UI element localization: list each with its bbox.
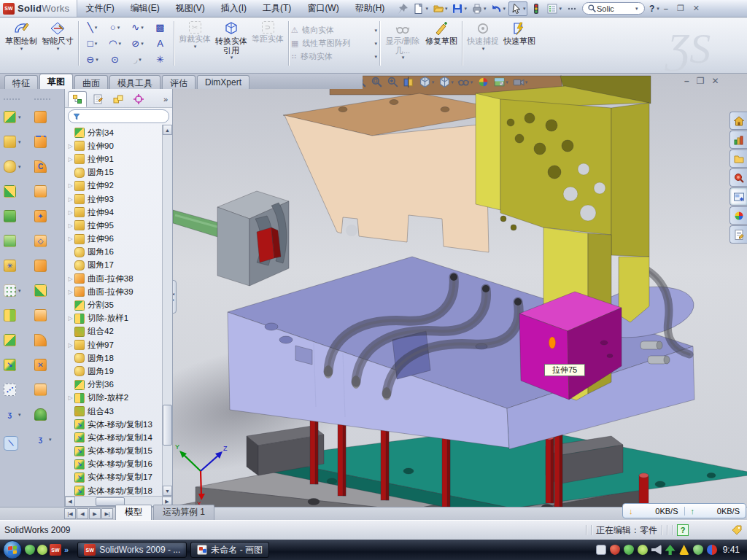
stack-tool-1[interactable]: ▦线性草图阵列▾ (291, 38, 377, 49)
quick-snaps-button[interactable]: 快速捕捉▾ (465, 20, 501, 67)
curve-through-points-button[interactable]: ⋰ (4, 377, 16, 402)
apply-scene-button[interactable]: ▾ (493, 76, 509, 88)
tree-item-分割34[interactable]: 分割34 (66, 126, 162, 139)
design-library-tab[interactable] (729, 131, 747, 149)
hole-wizard-button[interactable]: ✳ (4, 253, 16, 278)
scroll-thumb[interactable] (163, 405, 172, 446)
knit-surface-button[interactable] (34, 278, 47, 303)
expand-icon[interactable]: ▷ (66, 289, 74, 295)
tree-item-拉伸97[interactable]: ▷拉伸97 (66, 338, 162, 351)
expand-icon[interactable]: ▷ (66, 315, 74, 322)
tree-item-圆角19[interactable]: 圆角19 (66, 365, 162, 378)
tree-item-拉伸94[interactable]: ▷拉伸94 (66, 206, 162, 219)
tree-item-实体-移动/复制14[interactable]: ↘实体-移动/复制14 (66, 431, 162, 444)
move-copy-body-button[interactable]: ↘ (4, 352, 16, 377)
custom-properties-tab[interactable] (729, 225, 747, 244)
tree-item-拉伸96[interactable]: ▷拉伸96 (66, 233, 162, 246)
convert-entities-button[interactable]: 转换实体引用▾ (213, 20, 249, 67)
tree-tabs-chevron-icon[interactable]: » (163, 95, 171, 104)
scroll-left-icon[interactable]: ◀ (65, 497, 75, 507)
offset-surface-button[interactable]: ◇ (34, 228, 47, 253)
sketch-tool-line[interactable]: ╲▾ (81, 20, 104, 36)
section-view-button[interactable] (403, 76, 415, 88)
input-method-icon[interactable] (596, 545, 606, 555)
new-document-button[interactable]: ▾ (411, 2, 430, 15)
updater-icon[interactable] (665, 545, 676, 555)
tree-item-实体-移动/复制17[interactable]: ↘实体-移动/复制17 (66, 471, 162, 484)
delete-face-button[interactable]: ✕ (34, 352, 47, 377)
extruded-surface-button[interactable]: C (34, 154, 47, 179)
protection-icon[interactable] (693, 545, 703, 555)
expand-icon[interactable]: ▷ (66, 209, 74, 216)
zoom-to-selection-button[interactable] (387, 76, 399, 88)
tab-nav-2[interactable]: ▶ (89, 508, 101, 519)
expand-icon[interactable]: ▷ (66, 143, 74, 149)
planar-surface-button[interactable] (34, 253, 47, 278)
instant3d-button[interactable]: ⟍ (4, 431, 18, 456)
award-badge-icon[interactable] (638, 545, 648, 555)
ribbon-tab-评估[interactable]: 评估 (162, 75, 196, 89)
tree-item-圆角18[interactable]: 圆角18 (66, 351, 162, 365)
tree-item-分割36[interactable]: 分割36 (66, 378, 162, 392)
replace-face-button[interactable] (34, 377, 47, 402)
quick-tips-button[interactable]: ? (677, 524, 689, 536)
rapid-sketch-button[interactable]: 快速草图 (501, 20, 538, 67)
tab-nav-0[interactable]: |◀ (64, 508, 76, 519)
ribbon-tab-DimXpert[interactable]: DimXpert (197, 75, 249, 89)
menu-文件(F)[interactable]: 文件(F) (77, 0, 122, 17)
extruded-cut-button[interactable]: ▾ (4, 129, 21, 154)
doc-close-button[interactable]: ✕ (711, 76, 719, 86)
expand-icon[interactable]: ▷ (66, 222, 74, 229)
rib-button[interactable] (4, 303, 16, 327)
tree-item-拉伸93[interactable]: ▷拉伸93 (66, 192, 162, 206)
volume-icon[interactable] (651, 545, 662, 555)
extruded-boss-button[interactable]: ▾ (4, 104, 21, 129)
boundary-surface-button[interactable]: ✦ (34, 203, 47, 228)
sketch-tool-arc[interactable]: ◠▾ (104, 36, 126, 52)
tree-item-拉伸92[interactable]: ▷拉伸92 (66, 179, 162, 192)
close-button[interactable]: ✕ (689, 4, 704, 13)
thicken-button[interactable] (34, 303, 47, 327)
sketch-tool-sketch-fillet[interactable]: ◞▾ (126, 52, 149, 68)
swept-surface-button[interactable] (34, 104, 47, 129)
tree-item-拉伸90[interactable]: ▷拉伸90 (66, 139, 162, 152)
tab-nav-1[interactable]: ◀ (77, 508, 88, 519)
sketch-tool-polygon[interactable]: ⊙ (104, 52, 126, 68)
tag-icon[interactable] (731, 524, 743, 536)
featuremanager-tree-tab[interactable] (68, 91, 87, 107)
menu-帮助(H)[interactable]: 帮助(H) (347, 0, 393, 17)
expand-icon[interactable]: ▷ (66, 394, 74, 401)
tree-item-分割35[interactable]: 分割35 (66, 298, 162, 311)
flex-button[interactable] (34, 327, 47, 352)
expand-icon[interactable]: ▷ (66, 276, 74, 282)
search-input[interactable] (597, 4, 635, 13)
warning-icon[interactable] (679, 545, 689, 555)
appearances-scenes-tab[interactable] (729, 206, 747, 225)
sketch-tool-ellipse[interactable]: ⊘▾ (126, 36, 149, 52)
options-button[interactable]: ▾ (545, 2, 563, 15)
tree-vertical-scrollbar[interactable]: ▲ ▼ (162, 125, 172, 496)
restore-button[interactable]: ❐ (673, 4, 689, 13)
tree-item-拉伸95[interactable]: ▷拉伸95 (66, 219, 162, 232)
menu-插入(I)[interactable]: 插入(I) (213, 0, 255, 17)
sketch-tool-text[interactable]: A (149, 36, 171, 52)
model-tab-模型[interactable]: 模型 (115, 505, 152, 520)
swept-boss-button[interactable] (4, 179, 16, 203)
stack-tool-0[interactable]: ⚠镜向实体▾ (291, 25, 377, 36)
graphics-viewport[interactable]: Y Z X (173, 74, 747, 507)
ribbon-tab-特征[interactable]: 特征 (4, 75, 38, 89)
taskbar-window-SolidWorks 2009 - ...[interactable]: SWSolidWorks 2009 - ... (77, 542, 187, 558)
view-settings-button[interactable]: ▾ (512, 76, 528, 88)
print-button[interactable]: ▾ (470, 2, 488, 15)
quick-launch-chevron-icon[interactable]: » (64, 545, 69, 554)
property-manager-tab[interactable] (88, 91, 107, 107)
tree-item-圆角17[interactable]: 圆角17 (66, 259, 162, 272)
solidworks-shortcut-icon[interactable]: SW (50, 544, 61, 556)
sketch-tool-circle[interactable]: ○▾ (104, 20, 126, 36)
search-box[interactable]: ▾ (582, 2, 645, 15)
ribbon-tab-模具工具[interactable]: 模具工具 (109, 75, 160, 89)
tree-item-实体-移动/复制18[interactable]: ↘实体-移动/复制18 (66, 484, 162, 496)
curve-button[interactable]: ʒ▾ (34, 427, 52, 451)
tree-item-实体-移动/复制16[interactable]: ↘实体-移动/复制16 (66, 458, 162, 471)
fillet-button[interactable]: ▾ (4, 154, 21, 179)
